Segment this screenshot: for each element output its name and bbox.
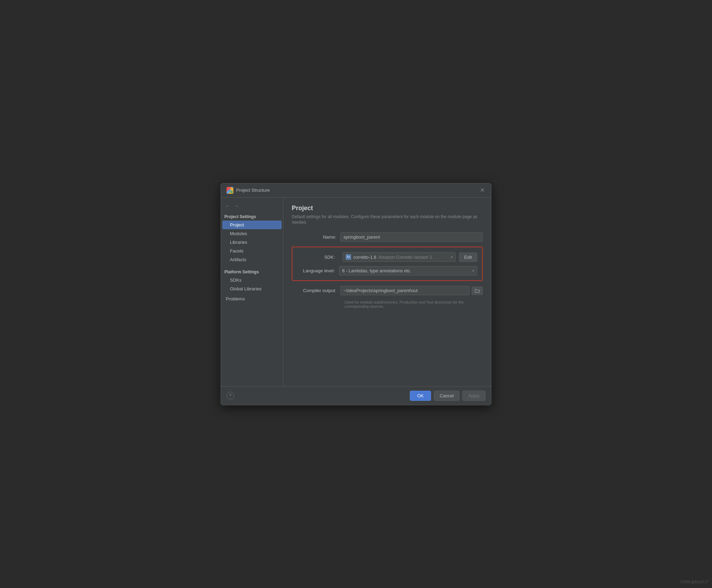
sdk-dropdown[interactable]: corretto-1.8 Amazon Corretto version 1. … [342, 252, 456, 262]
help-button[interactable]: ? [226, 392, 234, 399]
sdk-icon [346, 254, 351, 260]
sidebar-item-global-libraries[interactable]: Global Libraries [222, 284, 282, 293]
watermark: CSDN @刮佶天下 [680, 580, 709, 585]
compiler-output-group [340, 286, 483, 295]
folder-icon [475, 288, 480, 293]
project-settings-header: Project Settings [221, 212, 283, 221]
cancel-button[interactable]: Cancel [434, 391, 460, 401]
svg-rect-4 [346, 255, 350, 259]
language-level-chevron-icon: ▾ [472, 269, 474, 273]
name-label: Name: [292, 234, 340, 240]
sdk-label: SDK: [297, 255, 339, 260]
compiler-output-input[interactable] [340, 286, 470, 295]
compiler-output-label: Compiler output: [292, 288, 340, 293]
sdk-section: SDK: [292, 247, 483, 281]
sidebar-item-modules[interactable]: Modules [222, 229, 282, 238]
footer-right: OK Cancel Apply [410, 391, 486, 401]
footer-left: ? [226, 392, 234, 399]
language-level-dropdown[interactable]: 8 - Lambdas, type annotations etc. ▾ [339, 266, 477, 275]
sidebar: ← → Project Settings Project Modules Lib… [221, 198, 283, 386]
svg-rect-1 [230, 188, 233, 190]
dialog-body: ← → Project Settings Project Modules Lib… [221, 198, 491, 386]
language-level-value: 8 - Lambdas, type annotations etc. [342, 268, 411, 273]
sidebar-item-artifacts[interactable]: Artifacts [222, 255, 282, 264]
name-row: Name: [292, 232, 483, 242]
sidebar-item-libraries[interactable]: Libraries [222, 238, 282, 247]
svg-rect-7 [347, 257, 350, 258]
title-bar: Project Structure ✕ [221, 183, 491, 198]
svg-rect-3 [230, 191, 233, 193]
sdk-version: Amazon Corretto version 1. [378, 255, 433, 260]
sidebar-item-sdks[interactable]: SDKs [222, 276, 282, 284]
title-bar-left: Project Structure [226, 187, 270, 194]
name-input[interactable] [340, 232, 483, 242]
language-level-label: Language level: [297, 268, 339, 273]
svg-rect-5 [347, 256, 348, 257]
back-button[interactable]: ← [224, 202, 231, 209]
page-description: Default settings for all modules. Config… [292, 214, 483, 226]
svg-rect-2 [227, 191, 230, 193]
apply-button[interactable]: Apply [462, 391, 486, 401]
sidebar-item-problems[interactable]: Problems [222, 295, 282, 303]
dialog-title: Project Structure [236, 188, 270, 193]
edit-sdk-button[interactable]: Edit [459, 252, 477, 262]
platform-settings-header: Platform Settings [221, 267, 283, 276]
page-title: Project [292, 205, 483, 212]
forward-button[interactable]: → [233, 202, 240, 209]
ok-button[interactable]: OK [410, 391, 431, 401]
dialog-footer: ? OK Cancel Apply [221, 386, 491, 405]
sidebar-item-project[interactable]: Project [222, 221, 282, 229]
project-structure-dialog: Project Structure ✕ ← → Project Settings… [221, 183, 491, 405]
close-button[interactable]: ✕ [479, 187, 486, 194]
language-level-row: Language level: 8 - Lambdas, type annota… [297, 266, 477, 275]
sidebar-item-facets[interactable]: Facets [222, 247, 282, 255]
sdk-chevron-icon: ▾ [451, 255, 453, 259]
compiler-hint: Used for module subdirectories, Producti… [292, 300, 483, 308]
compiler-output-row: Compiler output: [292, 286, 483, 295]
sdk-row: SDK: [297, 252, 477, 262]
app-icon [226, 187, 233, 194]
nav-arrows: ← → [221, 201, 283, 212]
browse-folder-button[interactable] [472, 287, 483, 295]
main-content: Project Default settings for all modules… [283, 198, 491, 386]
sdk-name: corretto-1.8 [353, 255, 376, 260]
svg-rect-0 [227, 188, 230, 190]
